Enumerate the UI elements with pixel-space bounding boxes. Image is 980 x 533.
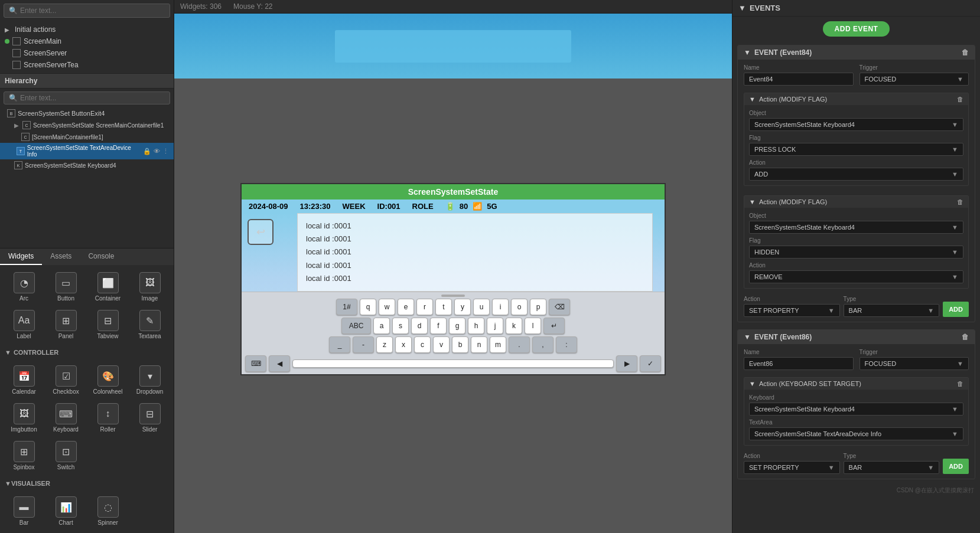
widget-colorwheel[interactable]: 🎨 Colorwheel [87,362,128,398]
kb-key-underscore[interactable]: _ [329,336,350,353]
bottom-action-value[interactable]: SET PROPERTY ▼ [744,304,840,317]
action-2-action-value[interactable]: REMOVE ▼ [749,270,963,283]
kb-key-c[interactable]: c [414,336,431,353]
kb-key-b[interactable]: b [452,336,468,353]
controller-section-header[interactable]: ▼ CONTROLLER [0,346,174,358]
kb-key-q[interactable]: q [360,299,376,315]
event-84-trigger-value[interactable]: FOCUSED ▼ [859,73,969,86]
widget-spinbox[interactable]: ⊞ Spinbox [4,437,44,474]
action-1-flag-value[interactable]: PRESS LOCK ▼ [749,143,963,156]
event-86-add-button[interactable]: ADD [943,459,969,474]
textarea-target-value[interactable]: ScreenSystemSetState TextAreaDevice Info… [749,427,963,440]
event-86-trigger-value[interactable]: FOCUSED ▼ [859,357,969,370]
widget-roller[interactable]: ↕ Roller [87,400,128,436]
action-1-object-value[interactable]: ScreenSystemSetState Keyboard4 ▼ [749,118,963,131]
visualiser-section-header[interactable]: ▼ VISUALISER [0,478,174,489]
widget-keyboard[interactable]: ⌨ Keyboard [45,400,86,436]
action-1-action-value[interactable]: ADD ▼ [749,168,963,181]
event-86-action-value[interactable]: SET PROPERTY ▼ [744,461,840,474]
kb-key-left[interactable]: ◀ [269,355,290,372]
kb-key-colon[interactable]: : [556,336,577,353]
widget-spinner[interactable]: ◌ Spinner [87,493,128,529]
kb-key-p[interactable]: p [530,299,546,315]
widget-switch[interactable]: ⊡ Switch [45,437,86,474]
text-area-display[interactable]: local id :0001 local id :0001 local id :… [297,213,653,291]
widget-arc[interactable]: ◔ Arc [4,269,44,305]
tree-item-initial-actions[interactable]: ▶ Initial actions [0,24,174,35]
kb-key-m[interactable]: m [490,336,506,353]
kb-key-d[interactable]: d [411,318,428,334]
kb-key-n[interactable]: n [471,336,487,353]
tree-item-screen-main[interactable]: ScreenMain [0,35,174,47]
kb-key-u[interactable]: u [473,299,490,315]
back-button[interactable]: ↩ [248,219,274,245]
event-86-name-value[interactable]: Event86 [744,357,854,370]
keyboard-target-value[interactable]: ScreenSystemSetState Keyboard4 ▼ [749,403,963,416]
widget-panel[interactable]: ⊞ Panel [45,306,86,343]
event-84-name-value[interactable]: Event84 [744,73,854,86]
widget-slider[interactable]: ⊟ Slider [129,400,170,436]
kb-key-enter[interactable]: ↵ [543,318,565,334]
widget-tabview[interactable]: ⊟ Tabview [87,306,128,343]
kb-key-right[interactable]: ▶ [616,355,637,372]
event-84-delete-button[interactable]: 🗑 [962,48,969,57]
kb-key-keyboard[interactable]: ⌨ [245,355,266,372]
kb-key-space[interactable] [292,359,614,368]
tab-console[interactable]: Console [80,248,122,265]
widget-label[interactable]: Aa Label [4,306,44,343]
action-2-delete-button[interactable]: 🗑 [957,198,963,205]
widget-imgbutton[interactable]: 🖼 Imgbutton [4,400,44,436]
hierarchy-item-2[interactable]: C [ScreenMainContainerfile1] [0,131,174,143]
kb-key-h[interactable]: h [468,318,484,334]
kb-key-f[interactable]: f [430,318,447,334]
kb-key-l[interactable]: l [525,318,541,334]
action-1-delete-button[interactable]: 🗑 [957,96,963,103]
lock-icon[interactable]: 🔒 [143,148,151,155]
top-search-bar[interactable]: 🔍 [4,4,170,18]
tree-item-screen-server[interactable]: ScreenServer [0,47,174,59]
hierarchy-item-4[interactable]: K ScreenSystemSetState Keyboard4 [0,159,174,171]
action-2-object-value[interactable]: ScreenSystemSetState Keyboard4 ▼ [749,221,963,234]
hierarchy-search-input[interactable] [20,94,165,102]
add-event-button[interactable]: ADD EVENT [823,21,890,37]
kb-key-x[interactable]: x [395,336,412,353]
widget-chart[interactable]: 📊 Chart [45,493,86,529]
widget-bar[interactable]: ▬ Bar [4,493,44,529]
kb-key-confirm[interactable]: ✓ [640,355,661,372]
eye-icon[interactable]: 👁 [154,148,160,155]
kb-key-y[interactable]: y [454,299,471,315]
kb-key-dash[interactable]: - [353,336,374,353]
kb-key-s[interactable]: s [392,318,409,334]
top-search-input[interactable] [20,6,165,15]
hierarchy-search-bar[interactable]: 🔍 [4,91,170,104]
kb-key-abc[interactable]: ABC [341,318,371,334]
kb-key-backspace[interactable]: ⌫ [549,299,570,315]
kb-key-dot[interactable]: . [509,336,530,353]
action-2-flag-value[interactable]: HIDDEN ▼ [749,246,963,259]
tab-widgets[interactable]: Widgets [0,248,42,265]
widget-container[interactable]: ⬜ Container [87,269,128,305]
widget-dropdown[interactable]: ▾ Dropdown [129,362,170,398]
widget-button[interactable]: ▭ Button [45,269,86,305]
kb-key-w[interactable]: w [379,299,395,315]
kb-key-k[interactable]: k [506,318,522,334]
widget-calendar[interactable]: 📅 Calendar [4,362,44,398]
kb-key-a[interactable]: a [373,318,390,334]
tab-assets[interactable]: Assets [42,248,80,265]
kb-key-e[interactable]: e [398,299,414,315]
kb-key-comma[interactable]: , [532,336,554,353]
event-86-type-value[interactable]: BAR ▼ [844,461,940,474]
action-kb-delete-button[interactable]: 🗑 [957,380,963,387]
hierarchy-item-0[interactable]: B ScreenSystemSet ButtonExit4 [0,107,174,119]
kb-key-g[interactable]: g [449,318,465,334]
kb-key-t[interactable]: t [435,299,452,315]
kb-key-j[interactable]: j [487,318,503,334]
kb-key-z[interactable]: z [376,336,393,353]
widget-image[interactable]: 🖼 Image [129,269,170,305]
hierarchy-item-3[interactable]: T ScreenSystemSetState TextAreaDevice In… [0,143,174,159]
bottom-type-value[interactable]: BAR ▼ [844,304,940,317]
widget-textarea[interactable]: ✎ Textarea [129,306,170,343]
hierarchy-item-1[interactable]: ▶ C ScreenSystemSetState ScreenMainConta… [0,119,174,131]
kb-key-v[interactable]: v [433,336,450,353]
kb-key-hash[interactable]: 1# [336,299,357,315]
